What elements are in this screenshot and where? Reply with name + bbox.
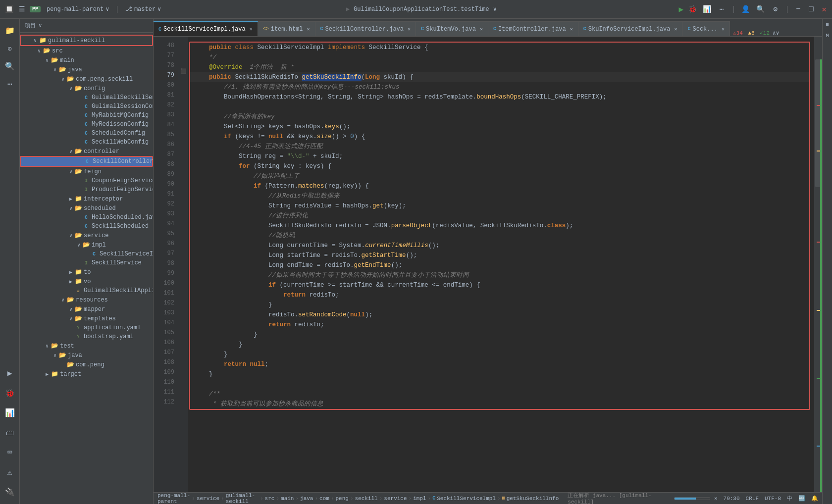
arrow[interactable]: ▶ <box>67 269 74 275</box>
tree-item-seckill-controller[interactable]: ▶ C SeckillController <box>20 156 153 167</box>
arrow[interactable]: ∨ <box>67 316 74 322</box>
sidebar-plugin-icon[interactable]: 🔌 <box>2 484 18 500</box>
close-button[interactable]: ✕ <box>820 5 828 13</box>
tree-item-config[interactable]: ∨ 📂 config <box>20 84 153 93</box>
bc-service2[interactable]: service <box>384 496 407 502</box>
tab-close-btn[interactable]: ✕ <box>480 26 483 32</box>
tab-sku-item-vo[interactable]: C SkuItemVo.java ✕ <box>416 21 488 36</box>
arrow[interactable]: ∨ <box>59 76 66 82</box>
tab-close-btn[interactable]: ✕ <box>307 26 310 32</box>
bc-service[interactable]: service <box>197 496 219 502</box>
tree-item-mapper[interactable]: ∨ 📂 mapper <box>20 304 153 314</box>
tree-item-to[interactable]: ▶ 📁 to <box>20 267 153 277</box>
tab-close-btn[interactable]: ✕ <box>250 26 253 32</box>
sidebar-find-icon[interactable]: 🔍 <box>2 58 18 74</box>
tab-close-btn[interactable]: ✕ <box>674 26 677 32</box>
tab-close-btn[interactable]: ✕ <box>408 26 411 32</box>
arrow[interactable]: ▶ <box>67 279 74 285</box>
tab-item-controller[interactable]: C ItemController.java ✕ <box>488 21 578 36</box>
tree-item-impl[interactable]: ∨ 📂 impl <box>20 240 153 250</box>
arrow[interactable]: ∨ <box>44 343 51 349</box>
arrow[interactable]: ∨ <box>52 67 58 73</box>
tree-item-templates[interactable]: ∨ 📂 templates <box>20 314 153 323</box>
tree-item-test[interactable]: ∨ 📂 test <box>20 341 153 351</box>
sidebar-problems-icon[interactable]: ⚠ <box>2 464 18 480</box>
maximize-button[interactable]: □ <box>807 5 815 13</box>
file-tree-content[interactable]: ∨ 📁 gulimall-seckill ∨ 📂 src ∨ 📂 main <box>20 33 153 504</box>
arrow[interactable]: ▶ <box>44 371 51 377</box>
more-button[interactable]: ⋯ <box>717 4 727 14</box>
arrow[interactable]: ∨ <box>67 169 74 175</box>
bc-java[interactable]: java <box>300 496 313 502</box>
tree-item-target[interactable]: ▶ 📁 target <box>20 369 153 379</box>
arrow[interactable]: ∨ <box>59 297 66 303</box>
arrow[interactable]: ∨ <box>44 57 51 63</box>
tree-item-controller[interactable]: ∨ 📂 controller <box>20 147 153 156</box>
profile-button[interactable]: 📊 <box>702 4 712 14</box>
hamburger-menu[interactable]: ☰ <box>17 4 27 14</box>
bc-src[interactable]: src <box>265 496 275 502</box>
right-scrollbar[interactable] <box>814 37 822 492</box>
tree-item-gulimall-seckill[interactable]: ∨ 📁 gulimall-seckill <box>20 35 153 46</box>
sidebar-db-icon[interactable]: 🗃 <box>2 425 18 441</box>
tree-item-coupon-feign[interactable]: ▶ I CouponFeignService <box>20 176 153 185</box>
tab-seck-more[interactable]: C Seck... ✕ <box>682 21 729 36</box>
tree-item-main-app[interactable]: ▶ ☕ GulimallSeckillApplication <box>20 286 153 295</box>
arrow[interactable]: ∨ <box>36 48 43 54</box>
tree-item-scheduled-config[interactable]: ▶ C ScheduledConfig <box>20 129 153 138</box>
sidebar-more-icon[interactable]: ⋯ <box>2 76 18 92</box>
tab-item-html[interactable]: <> item.html ✕ <box>258 21 315 36</box>
arrow[interactable]: ∨ <box>67 233 74 239</box>
tab-sku-info-service-impl[interactable]: C SkuInfoServiceImpl.java ✕ <box>578 21 683 36</box>
arrow[interactable]: ∨ <box>67 149 74 154</box>
arrow[interactable]: ▶ <box>67 196 74 202</box>
tree-item-vo[interactable]: ▶ 📁 vo <box>20 277 153 286</box>
bc-main[interactable]: main <box>281 496 294 502</box>
bc-peng[interactable]: peng <box>335 496 348 502</box>
tree-item-java[interactable]: ∨ 📂 java <box>20 65 153 74</box>
tree-item-src[interactable]: ∨ 📂 src <box>20 46 153 55</box>
code-content[interactable]: public class SeckillServiceImpl implemen… <box>188 37 814 492</box>
tree-item-seckill-service-impl[interactable]: ▶ C SeckillServiceImpl <box>20 250 153 258</box>
tree-item-seckill-service[interactable]: ▶ I SeckillService <box>20 258 153 267</box>
tree-item-seckill-web-config[interactable]: ▶ C SeckillWebConfig <box>20 138 153 147</box>
arrow[interactable]: ∨ <box>67 86 74 92</box>
notifications-icon[interactable]: 🔔 <box>811 495 818 502</box>
tree-item-redisson-config[interactable]: ▶ C MyRedissonConfig <box>20 120 153 129</box>
tree-item-product-feign[interactable]: ▶ I ProductFeignService <box>20 185 153 194</box>
right-panel-icon-1[interactable]: ≡ <box>824 21 832 29</box>
tree-item-seckill-scheduled[interactable]: ▶ C SeckillScheduled <box>20 222 153 231</box>
tree-item-hello-scheduled[interactable]: ▶ C HelloScheduled.java <box>20 213 153 222</box>
tab-close-btn[interactable]: ✕ <box>570 26 573 32</box>
branch-selector[interactable]: ⎇ master ∨ <box>122 4 164 14</box>
tree-item-bootstrap-yaml[interactable]: ▶ Y bootstrap.yaml <box>20 332 153 341</box>
arrow[interactable]: ∨ <box>67 205 74 211</box>
bc-class-name[interactable]: SeckillServiceImpl <box>437 496 496 502</box>
debug-button[interactable]: 🐞 <box>688 5 697 13</box>
tree-item-sentinel-config[interactable]: ▶ C GulimallSeckillSentinelConfig.java <box>20 93 153 102</box>
tree-item-service[interactable]: ∨ 📂 service <box>20 231 153 240</box>
tab-more-btn[interactable]: ⚠34 ▲6 ✓12 ∧∨ <box>730 30 782 36</box>
minimize-button[interactable]: − <box>794 5 802 13</box>
account-button[interactable]: 👤 <box>741 4 751 14</box>
tree-item-main[interactable]: ∨ 📂 main <box>20 55 153 65</box>
tree-item-interceptor[interactable]: ▶ 📁 interceptor <box>20 194 153 203</box>
bc-module[interactable]: gulimall-seckill <box>226 493 259 504</box>
project-selector[interactable]: peng-mall-parent ∨ <box>44 4 112 14</box>
settings-button[interactable]: ⚙ <box>771 4 780 14</box>
tree-item-test-com-peng[interactable]: ▶ 📂 com.peng <box>20 360 153 369</box>
override-indicator[interactable]: ⬛ <box>180 68 186 74</box>
search-button[interactable]: 🔍 <box>756 4 766 14</box>
sidebar-terminal-icon[interactable]: ⌨ <box>2 445 18 460</box>
sidebar-run-icon[interactable]: ▶ <box>2 365 18 381</box>
tree-item-resources[interactable]: ∨ 📂 resources <box>20 295 153 304</box>
tree-item-package[interactable]: ∨ 📂 com.peng.seckill <box>20 74 153 84</box>
tree-item-rabbit-config[interactable]: ▶ C MyRabbitMQConfig <box>20 111 153 120</box>
bc-project[interactable]: peng-mall-parent <box>157 493 190 504</box>
tree-item-scheduled[interactable]: ∨ 📂 scheduled <box>20 203 153 213</box>
bc-method-name[interactable]: getSkuSeckilInfo <box>507 496 559 502</box>
sidebar-profiler-icon[interactable]: 📊 <box>2 405 18 421</box>
tab-close-btn[interactable]: ✕ <box>722 26 725 32</box>
sidebar-debug-icon[interactable]: 🐞 <box>2 385 18 401</box>
run-button[interactable]: ▶ <box>679 4 684 14</box>
